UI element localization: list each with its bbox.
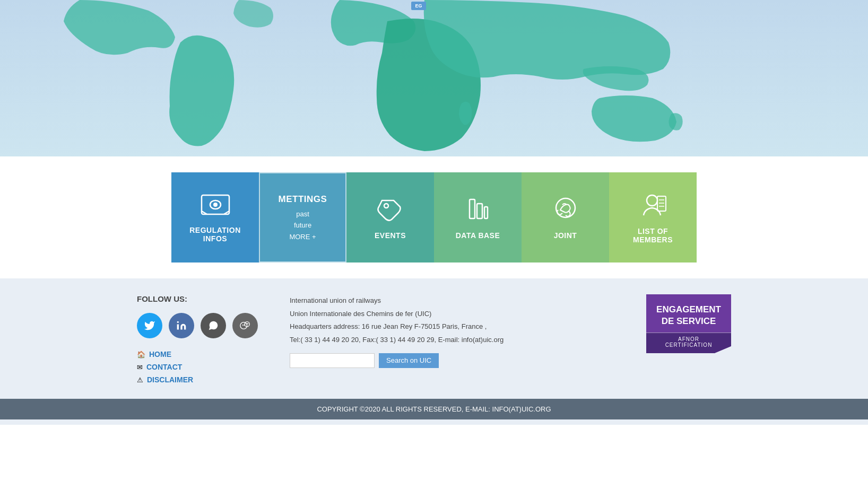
contact-icon: ✉ — [137, 363, 143, 371]
map-section: EG — [0, 0, 868, 156]
cert-title: ENGAGEMENTDE SERVICE — [654, 304, 724, 327]
cert-badge: ENGAGEMENTDE SERVICE AFNOR CERTIFICATION — [646, 294, 731, 353]
handshake-icon — [551, 195, 580, 225]
database-icon — [464, 195, 492, 225]
svg-point-23 — [246, 323, 247, 324]
card-2-sub2: future — [294, 220, 311, 231]
footer-links: 🏠 HOME ✉ CONTACT ⚠ DISCLAIMER — [137, 350, 258, 384]
footer-right: ENGAGEMENTDE SERVICE AFNOR CERTIFICATION — [646, 294, 731, 353]
card-2-more: MORE + — [289, 233, 316, 241]
card-1-label: REGULATION INFOS — [179, 226, 251, 243]
footer-inner: FOLLOW US: 🏠 HOME — [116, 294, 752, 388]
card-5-label: JOINT — [554, 231, 577, 240]
card-events[interactable]: EVENTS — [346, 172, 434, 262]
home-link-item: 🏠 HOME — [137, 350, 258, 358]
wechat-button[interactable] — [232, 313, 258, 338]
card-joint[interactable]: JOINT — [522, 172, 609, 262]
card-data-base[interactable]: DATA BASE — [434, 172, 522, 262]
svg-text:EG: EG — [415, 3, 422, 8]
afnor-label: AFNOR CERTIFICATION — [646, 332, 731, 353]
footer-left: FOLLOW US: 🏠 HOME — [137, 294, 258, 388]
svg-rect-9 — [470, 199, 475, 218]
search-button[interactable]: Search on UIC — [379, 353, 439, 368]
person-list-icon — [638, 191, 668, 221]
svg-point-18 — [177, 321, 179, 323]
eye-icon — [199, 192, 231, 220]
tag-icon — [377, 195, 404, 225]
whatsapp-button[interactable] — [201, 313, 226, 338]
twitter-button[interactable] — [137, 313, 162, 338]
cards-row: REGULATION INFOS METTINGS past future MO… — [171, 172, 697, 262]
svg-rect-11 — [484, 207, 488, 218]
org-line2: Union Internationale des Chemins de fer … — [290, 308, 614, 321]
svg-rect-14 — [657, 196, 666, 211]
disclaimer-link[interactable]: DISCLAIMER — [147, 375, 193, 384]
svg-point-22 — [244, 325, 245, 326]
svg-point-21 — [242, 325, 244, 326]
linkedin-button[interactable] — [169, 313, 194, 338]
home-link[interactable]: HOME — [149, 350, 171, 358]
contact-link-item: ✉ CONTACT — [137, 363, 258, 371]
svg-point-5 — [213, 203, 218, 207]
org-info: International union of railways Union In… — [290, 294, 614, 347]
card-mettings[interactable]: METTINGS past future MORE + — [259, 172, 346, 262]
svg-point-24 — [247, 323, 248, 324]
svg-rect-10 — [477, 204, 482, 218]
card-3-label: EVENTS — [375, 231, 406, 240]
card-6-label: LIST OF MEMBERS — [617, 227, 689, 244]
search-input[interactable] — [290, 353, 375, 368]
card-list-of-members[interactable]: LIST OF MEMBERS — [609, 172, 697, 262]
footer-center: International union of railways Union In… — [290, 294, 614, 368]
home-icon: 🏠 — [137, 351, 145, 358]
org-line3: Headquarters address: 16 rue Jean Rey F-… — [290, 320, 614, 334]
card-2-label: METTINGS — [279, 194, 327, 205]
contact-link[interactable]: CONTACT — [146, 363, 182, 371]
card-2-sub1: past — [296, 209, 309, 220]
social-icons — [137, 313, 258, 338]
card-regulation-infos[interactable]: REGULATION INFOS — [171, 172, 259, 262]
copyright-bar: COPYRIGHT ©2020 ALL RIGHTS RESERVED, E-M… — [0, 399, 868, 419]
follow-label: FOLLOW US: — [137, 294, 258, 303]
disclaimer-icon: ⚠ — [137, 376, 143, 384]
footer-section: FOLLOW US: 🏠 HOME — [0, 278, 868, 425]
org-line1: International union of railways — [290, 294, 614, 308]
search-row: Search on UIC — [290, 353, 614, 368]
svg-point-13 — [647, 195, 657, 206]
cards-section: REGULATION INFOS METTINGS past future MO… — [0, 156, 868, 278]
disclaimer-link-item: ⚠ DISCLAIMER — [137, 375, 258, 384]
org-line4: Tel:( 33 1) 44 49 20 20, Fax:( 33 1) 44 … — [290, 334, 614, 347]
card-4-label: DATA BASE — [456, 231, 500, 240]
svg-point-8 — [384, 204, 388, 208]
